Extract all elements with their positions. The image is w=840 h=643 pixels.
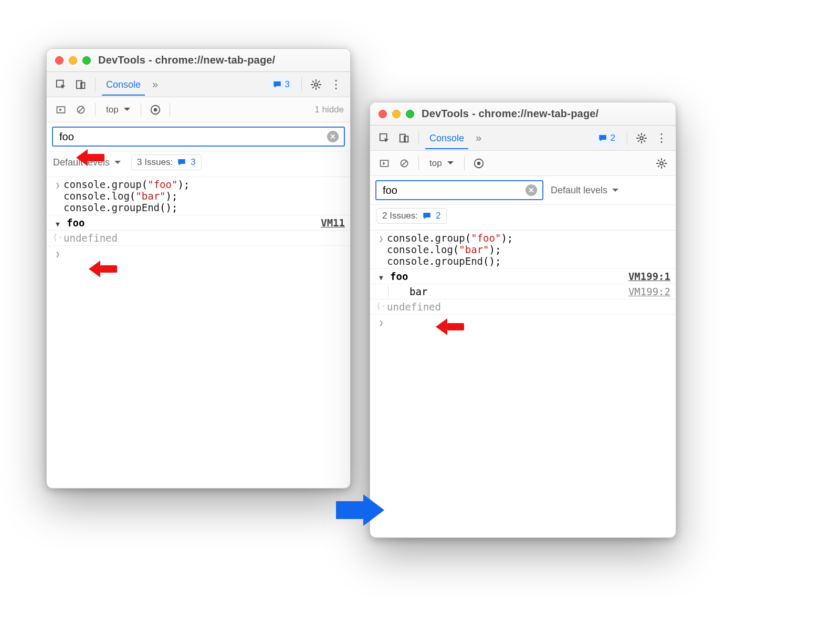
source-link[interactable]: VM199:2	[624, 286, 670, 297]
annotation-arrow-icon	[76, 150, 104, 165]
live-expression-icon[interactable]	[471, 155, 487, 171]
filter-input[interactable]	[382, 184, 521, 197]
console-prompt[interactable]	[47, 246, 350, 261]
clear-filter-icon[interactable]: ✕	[327, 131, 339, 142]
console-output: console.group("foo"); console.log("bar")…	[47, 177, 350, 261]
device-toggle-icon[interactable]	[73, 77, 89, 92]
console-subtoolbar: top	[370, 151, 676, 176]
transition-arrow-icon	[336, 494, 394, 526]
inspect-icon[interactable]	[53, 77, 69, 92]
minimize-icon[interactable]	[392, 110, 401, 118]
separator-icon	[170, 103, 170, 117]
live-expression-icon[interactable]	[148, 102, 163, 118]
devtools-window-after: DevTools - chrome://new-tab-page/ Consol…	[370, 102, 676, 538]
clear-console-icon[interactable]	[73, 102, 89, 118]
annotation-arrow-icon	[436, 319, 464, 335]
main-toolbar: Console » 2 ⋮	[370, 126, 676, 151]
console-prompt[interactable]	[370, 315, 676, 329]
zoom-icon[interactable]	[82, 56, 91, 65]
more-tabs-icon[interactable]: »	[472, 132, 485, 144]
svg-line-6	[79, 107, 83, 111]
filter-chips-row: 2 Issues: 2	[370, 205, 676, 231]
separator-icon	[141, 103, 141, 117]
message-icon	[177, 158, 186, 167]
device-toggle-icon[interactable]	[396, 130, 412, 146]
code-block: console.group("foo"); console.log("bar")…	[387, 232, 670, 267]
messages-count: 2	[611, 133, 615, 143]
window-title: DevTools - chrome://new-tab-page/	[98, 54, 275, 66]
triangle-down-icon[interactable]	[52, 217, 64, 229]
message-icon	[272, 80, 282, 89]
chevron-right-icon	[375, 232, 387, 244]
console-group-header[interactable]: foo VM199:1	[370, 269, 676, 284]
filter-row: ✕ Default levels	[370, 176, 676, 205]
issues-count: 2	[436, 211, 440, 221]
chevron-down-icon	[112, 157, 121, 168]
titlebar[interactable]: DevTools - chrome://new-tab-page/	[370, 102, 676, 126]
console-return-row: ⟨· undefined	[47, 231, 350, 246]
overflow-menu-icon[interactable]: ⋮	[328, 78, 344, 91]
log-message: bar	[410, 286, 427, 297]
minimize-icon[interactable]	[69, 56, 77, 65]
settings-icon[interactable]	[308, 77, 324, 92]
console-subtoolbar: top 1 hidde	[47, 97, 350, 122]
messages-badge[interactable]: 3	[267, 78, 295, 91]
separator-icon	[464, 157, 465, 170]
hidden-messages-label[interactable]: 1 hidde	[314, 105, 344, 115]
issues-label: 2 Issues:	[382, 211, 418, 221]
issues-chip[interactable]: 2 Issues: 2	[376, 208, 447, 224]
tab-console[interactable]: Console	[102, 73, 145, 96]
titlebar[interactable]: DevTools - chrome://new-tab-page/	[47, 49, 350, 72]
overflow-menu-icon[interactable]: ⋮	[654, 131, 669, 145]
clear-filter-icon[interactable]: ✕	[526, 184, 537, 196]
separator-icon	[95, 78, 96, 91]
source-link[interactable]: VM199:1	[624, 271, 670, 282]
log-levels-selector[interactable]: Default levels	[551, 185, 618, 196]
context-selector[interactable]: top	[425, 157, 458, 170]
svg-line-15	[402, 161, 406, 165]
close-icon[interactable]	[379, 110, 387, 118]
window-title: DevTools - chrome://new-tab-page/	[422, 108, 598, 120]
messages-badge[interactable]: 2	[593, 131, 621, 145]
traffic-lights	[379, 110, 414, 118]
settings-icon[interactable]	[634, 130, 649, 146]
code-block: console.group("foo"); console.log("bar")…	[64, 179, 345, 213]
chevron-right-icon	[52, 247, 64, 259]
triangle-down-icon[interactable]	[375, 271, 387, 282]
console-input-echo: console.group("foo"); console.log("bar")…	[47, 177, 350, 215]
traffic-lights	[55, 56, 91, 65]
source-link[interactable]: VM11	[317, 217, 345, 229]
inspect-icon[interactable]	[376, 130, 392, 146]
sidebar-toggle-icon[interactable]	[53, 102, 69, 118]
close-icon[interactable]	[55, 56, 64, 65]
clear-console-icon[interactable]	[396, 155, 412, 171]
svg-point-3	[314, 83, 318, 86]
chevron-right-icon	[52, 179, 64, 190]
devtools-window-before: DevTools - chrome://new-tab-page/ Consol…	[46, 48, 351, 489]
messages-count: 3	[285, 79, 290, 90]
chevron-down-icon	[445, 158, 454, 169]
return-icon: ⟨·	[52, 232, 64, 242]
filter-box: ✕	[375, 180, 543, 200]
svg-point-8	[153, 108, 156, 111]
context-label: top	[106, 105, 119, 115]
console-group-header[interactable]: foo VM11	[47, 215, 350, 231]
filter-box: ✕	[52, 127, 345, 147]
chevron-right-icon	[375, 316, 387, 328]
console-settings-icon[interactable]	[654, 155, 669, 171]
filter-input[interactable]	[58, 130, 323, 143]
tab-console[interactable]: Console	[425, 127, 468, 149]
issues-chip[interactable]: 3 Issues: 3	[131, 154, 202, 170]
log-levels-label: Default levels	[551, 185, 607, 195]
more-tabs-icon[interactable]: »	[149, 78, 161, 90]
zoom-icon[interactable]	[406, 110, 414, 118]
context-selector[interactable]: top	[102, 103, 134, 116]
console-input-echo: console.group("foo"); console.log("bar")…	[370, 231, 676, 269]
context-label: top	[429, 158, 442, 169]
main-toolbar: Console » 3 ⋮	[47, 72, 350, 97]
return-icon: ⟨·	[375, 301, 387, 311]
console-output: console.group("foo"); console.log("bar")…	[370, 231, 676, 329]
annotation-arrow-icon	[89, 261, 117, 277]
svg-point-12	[640, 137, 643, 140]
sidebar-toggle-icon[interactable]	[376, 155, 392, 171]
